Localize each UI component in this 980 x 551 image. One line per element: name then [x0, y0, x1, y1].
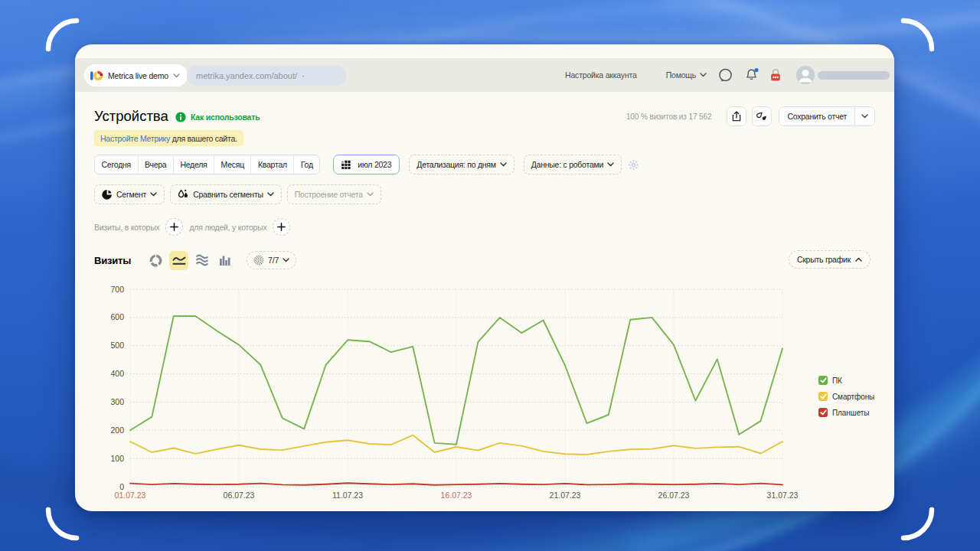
chart-title: Визиты: [94, 255, 131, 266]
legend-checkbox[interactable]: [818, 408, 828, 417]
url-field[interactable]: metrika.yandex.com/about/ ·: [187, 65, 346, 86]
svg-text:31.07.23: 31.07.23: [767, 491, 799, 500]
report-actions: 100 % визитов из 17 562 Сохранить отчет: [626, 106, 875, 126]
segment-row: Сегмент Сравнить сегменты Построение отч…: [94, 184, 381, 204]
filter-builder-row: Визиты, в которых для людей, у которых: [94, 218, 296, 236]
chevron-down-icon: [700, 73, 707, 77]
svg-text:200: 200: [110, 425, 124, 435]
chart-svg: 010020030040050060070001.07.2306.07.2311…: [98, 282, 825, 508]
period-button[interactable]: июл 2023: [333, 155, 400, 174]
chevron-down-icon: [500, 162, 507, 167]
svg-text:06.07.23: 06.07.23: [224, 491, 255, 500]
metrics-sphere-icon: [253, 255, 264, 266]
svg-text:21.07.23: 21.07.23: [550, 491, 581, 500]
chart-type-area-button[interactable]: [192, 251, 211, 270]
settings-gear-icon[interactable]: [628, 159, 639, 171]
chat-icon[interactable]: [718, 68, 733, 83]
legend-item-2[interactable]: Смартфоны: [818, 392, 874, 401]
date-preset-5[interactable]: Квартал: [250, 155, 293, 174]
legend-checkbox[interactable]: [818, 392, 828, 401]
svg-text:500: 500: [110, 341, 124, 350]
how-to-use-link[interactable]: Как использовать: [175, 112, 260, 122]
visits-filter-caption: Визиты, в которых: [94, 223, 159, 232]
date-preset-group: СегодняВчераНеделяМесяцКварталГод: [94, 155, 320, 174]
legend-item-1[interactable]: ПК: [818, 376, 874, 385]
chevron-down-icon: [367, 192, 374, 197]
help-menu[interactable]: Помощь: [666, 70, 707, 80]
date-preset-6[interactable]: Год: [293, 155, 319, 174]
chevron-down-icon: [607, 162, 614, 167]
top-navigation: Настройка аккаунта Помощь: [565, 58, 890, 92]
legend-label: Планшеты: [832, 409, 869, 417]
chevron-up-icon: [855, 257, 862, 262]
chevron-down-icon: [283, 258, 289, 262]
metrics-count: 7/7: [268, 256, 279, 265]
detail-dropdown[interactable]: Детализация: по дням: [409, 155, 514, 174]
app-window: Metrica live demo metrika.yandex.com/abo…: [75, 44, 894, 511]
svg-text:100: 100: [110, 454, 124, 463]
counter-selector[interactable]: Metrica live demo: [84, 64, 188, 86]
visits-line-chart: 010020030040050060070001.07.2306.07.2311…: [98, 282, 825, 508]
data-mode-label: Данные: с роботами: [531, 160, 603, 169]
setup-metrica-link[interactable]: Настройте Метрику: [100, 134, 170, 143]
save-report-button[interactable]: Сохранить отчет: [779, 106, 875, 126]
svg-text:400: 400: [110, 369, 124, 378]
compare-segments-label: Сравнить сегменты: [193, 190, 263, 199]
chart-legend: ПКСмартфоныПланшеты: [818, 376, 874, 417]
data-mode-dropdown[interactable]: Данные: с роботами: [524, 155, 622, 174]
legend-checkbox[interactable]: [818, 376, 828, 385]
svg-text:16.07.23: 16.07.23: [441, 491, 472, 500]
date-preset-3[interactable]: Неделя: [173, 155, 214, 174]
svg-text:26.07.23: 26.07.23: [658, 491, 690, 500]
how-to-use-label: Как использовать: [191, 112, 260, 122]
hide-chart-label: Скрыть график: [797, 255, 851, 264]
add-people-filter-button[interactable]: [273, 218, 290, 236]
calendar-grid-icon: [341, 160, 352, 170]
compare-segments-dropdown[interactable]: Сравнить сегменты: [170, 184, 282, 204]
svg-text:11.07.23: 11.07.23: [332, 491, 363, 500]
segment-dropdown[interactable]: Сегмент: [94, 184, 165, 204]
username-placeholder: [818, 71, 890, 80]
detail-label: Детализация: по дням: [416, 160, 495, 169]
metrics-selector[interactable]: 7/7: [247, 251, 296, 269]
hide-chart-button[interactable]: Скрыть график: [789, 250, 871, 269]
date-preset-4[interactable]: Месяц: [214, 155, 250, 174]
url-cursor: ·: [302, 71, 305, 80]
segments-quick-button[interactable]: [752, 106, 772, 126]
pie-icon: [102, 189, 113, 200]
account-settings-link[interactable]: Настройка аккаунта: [565, 70, 637, 80]
chart-toolbar: Визиты 7/7: [94, 250, 296, 270]
svg-text:300: 300: [110, 397, 124, 406]
chart-type-line-button[interactable]: [169, 251, 188, 270]
date-preset-2[interactable]: Вчера: [138, 155, 173, 174]
export-button[interactable]: [727, 106, 746, 126]
lock-icon[interactable]: [769, 67, 782, 83]
save-report-label: Сохранить отчет: [779, 112, 854, 121]
info-icon: [175, 112, 186, 122]
svg-text:700: 700: [110, 285, 124, 294]
counter-name: Metrica live demo: [108, 71, 168, 80]
add-visits-filter-button[interactable]: [165, 218, 183, 236]
sampling-info: 100 % визитов из 17 562: [626, 112, 712, 121]
chart-type-donut-button[interactable]: [146, 251, 165, 270]
svg-text:01.07.23: 01.07.23: [115, 491, 146, 500]
url-text: metrika.yandex.com/about/: [196, 71, 297, 80]
segment-label: Сегмент: [116, 190, 146, 199]
chart-type-columns-button[interactable]: [215, 251, 234, 270]
period-label: июл 2023: [358, 160, 391, 169]
svg-text:600: 600: [110, 312, 124, 321]
metrica-logo: [90, 69, 103, 83]
legend-label: Смартфоны: [832, 393, 874, 401]
chevron-down-icon[interactable]: [855, 114, 874, 119]
bell-icon[interactable]: [744, 67, 760, 83]
report-builder-dropdown[interactable]: Построение отчета: [287, 184, 381, 204]
avatar[interactable]: [796, 66, 815, 84]
legend-item-3[interactable]: Планшеты: [818, 408, 874, 417]
date-preset-1[interactable]: Сегодня: [95, 155, 138, 174]
legend-label: ПК: [832, 377, 842, 385]
chevron-down-icon: [173, 73, 180, 78]
page-title: Устройства: [94, 108, 168, 125]
people-filter-caption: для людей, у которых: [189, 223, 266, 232]
date-filter-row: СегодняВчераНеделяМесяцКварталГод июл 20…: [94, 155, 639, 174]
svg-text:0: 0: [119, 482, 124, 491]
